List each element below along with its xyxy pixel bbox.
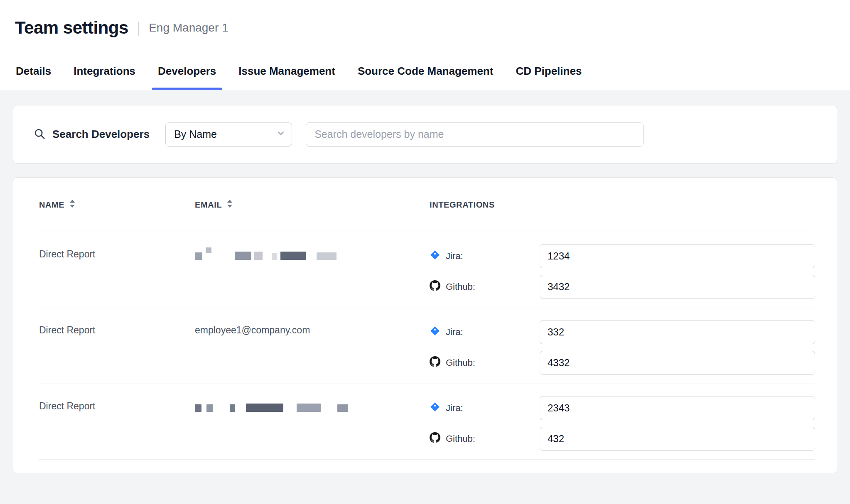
developers-table-card: NAME EMAIL INTEGRATIONS xyxy=(13,177,837,473)
jira-row: Jira: xyxy=(430,244,815,268)
search-card: Search Developers By Name xyxy=(13,105,837,164)
content-area: Search Developers By Name NAME xyxy=(0,90,850,504)
github-icon xyxy=(430,432,440,445)
table-row: Direct Report xyxy=(39,232,815,308)
jira-badge: Jira: xyxy=(430,401,540,415)
tab-integrations[interactable]: Integrations xyxy=(73,53,136,90)
developer-name: Direct Report xyxy=(39,232,195,308)
table-row: Direct Report xyxy=(39,384,815,460)
tab-source-code-management[interactable]: Source Code Management xyxy=(357,53,494,90)
search-input[interactable] xyxy=(306,122,644,147)
table-row: Direct Report employee1@company.com Jira… xyxy=(39,308,815,384)
github-id-input[interactable] xyxy=(540,351,815,375)
table-header-row: NAME EMAIL INTEGRATIONS xyxy=(39,178,815,232)
integrations-cell: Jira: Github: xyxy=(430,308,815,384)
integrations-cell: Jira: Github: xyxy=(430,384,815,459)
jira-label: Jira: xyxy=(446,251,463,262)
jira-badge: Jira: xyxy=(430,325,540,339)
column-header-name[interactable]: NAME xyxy=(39,199,195,210)
redacted-email xyxy=(195,250,417,260)
chevron-down-icon xyxy=(276,128,286,141)
jira-id-input[interactable] xyxy=(540,396,815,420)
search-label: Search Developers xyxy=(52,128,150,141)
developer-email: employee1@company.com xyxy=(195,308,430,384)
jira-icon xyxy=(430,401,440,415)
search-filter-select[interactable]: By Name xyxy=(165,122,292,147)
jira-label: Jira: xyxy=(446,327,463,338)
jira-row: Jira: xyxy=(430,320,815,344)
title-divider: | xyxy=(137,19,140,37)
github-label: Github: xyxy=(446,433,475,444)
page-title: Team settings xyxy=(15,18,128,38)
github-id-input[interactable] xyxy=(540,275,815,299)
developer-name: Direct Report xyxy=(39,308,195,384)
column-header-email-label: EMAIL xyxy=(195,200,222,210)
github-badge: Github: xyxy=(430,432,540,445)
developer-email xyxy=(195,384,430,459)
tab-developers[interactable]: Developers xyxy=(157,53,217,90)
tab-issue-management[interactable]: Issue Management xyxy=(238,53,336,90)
jira-id-input[interactable] xyxy=(540,320,815,344)
github-id-input[interactable] xyxy=(540,427,815,451)
github-icon xyxy=(430,280,440,294)
filter-selected-value: By Name xyxy=(174,128,217,140)
github-label: Github: xyxy=(446,281,475,292)
github-row: Github: xyxy=(430,351,815,375)
jira-row: Jira: xyxy=(430,396,815,420)
search-icon xyxy=(33,127,46,142)
column-header-integrations-label: INTEGRATIONS xyxy=(430,200,495,210)
tab-details[interactable]: Details xyxy=(15,53,52,90)
github-row: Github: xyxy=(430,275,815,299)
column-header-name-label: NAME xyxy=(39,200,64,210)
jira-label: Jira: xyxy=(446,403,463,413)
page-header: Team settings | Eng Manager 1 xyxy=(0,0,850,53)
jira-id-input[interactable] xyxy=(540,244,815,268)
github-badge: Github: xyxy=(430,280,540,294)
settings-tabs: Details Integrations Developers Issue Ma… xyxy=(0,53,850,90)
tab-cd-pipelines[interactable]: CD Pipelines xyxy=(515,53,582,90)
github-icon xyxy=(430,356,440,369)
column-header-email[interactable]: EMAIL xyxy=(195,199,430,210)
sort-icon[interactable] xyxy=(227,199,233,210)
integrations-cell: Jira: Github: xyxy=(430,232,815,308)
sort-icon[interactable] xyxy=(69,199,75,210)
github-label: Github: xyxy=(446,357,475,368)
github-badge: Github: xyxy=(430,356,540,369)
developer-name: Direct Report xyxy=(39,384,195,459)
github-row: Github: xyxy=(430,427,815,451)
jira-icon xyxy=(430,325,440,339)
column-header-integrations: INTEGRATIONS xyxy=(430,200,815,210)
redacted-email xyxy=(195,402,417,412)
developer-email xyxy=(195,232,430,308)
jira-badge: Jira: xyxy=(430,250,540,263)
team-name: Eng Manager 1 xyxy=(149,21,228,34)
jira-icon xyxy=(430,250,440,263)
